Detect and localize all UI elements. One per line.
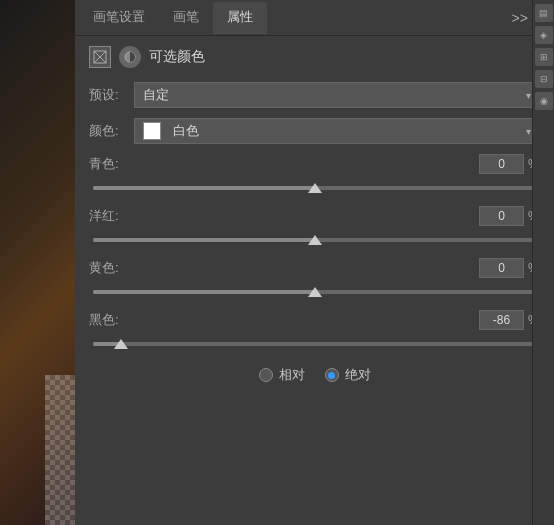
expand-panels-icon[interactable]: >> — [511, 10, 527, 26]
preset-arrow-icon: ▾ — [526, 90, 531, 101]
black-thumb[interactable] — [114, 339, 128, 349]
relative-radio[interactable]: 相对 — [259, 366, 305, 384]
main-container: 画笔设置 画笔 属性 >> ≡ — [0, 0, 554, 525]
black-label: 黑色: — [89, 311, 479, 329]
absolute-radio-button[interactable] — [325, 368, 339, 382]
black-slider-header: 黑色: -86 % — [89, 310, 540, 330]
black-slider-section: 黑色: -86 % — [89, 310, 540, 354]
yellow-thumb[interactable] — [308, 287, 322, 297]
cyan-label: 青色: — [89, 155, 479, 173]
absolute-radio-label: 绝对 — [345, 366, 371, 384]
adjustments-icon[interactable]: ◈ — [535, 26, 553, 44]
absolute-radio-inner — [328, 372, 335, 379]
relative-radio-button[interactable] — [259, 368, 273, 382]
yellow-fill — [93, 290, 315, 294]
properties-panel: 画笔设置 画笔 属性 >> ≡ — [75, 0, 554, 525]
black-track — [93, 342, 536, 346]
preset-value: 自定 — [143, 86, 169, 104]
color-arrow-icon: ▾ — [526, 126, 531, 137]
tab-brush-settings[interactable]: 画笔设置 — [79, 2, 159, 34]
absolute-radio[interactable]: 绝对 — [325, 366, 371, 384]
black-value[interactable]: -86 — [479, 310, 524, 330]
section-header: 可选颜色 — [89, 46, 540, 68]
magenta-label: 洋红: — [89, 207, 479, 225]
method-radio-group: 相对 绝对 — [89, 366, 540, 384]
yellow-slider-header: 黄色: 0 % — [89, 258, 540, 278]
cyan-thumb[interactable] — [308, 183, 322, 193]
black-slider-track[interactable] — [89, 334, 540, 354]
magenta-thumb[interactable] — [308, 235, 322, 245]
tab-bar: 画笔设置 画笔 属性 >> ≡ — [75, 0, 554, 36]
cyan-value[interactable]: 0 — [479, 154, 524, 174]
preset-row: 预设: 自定 ▾ — [89, 82, 540, 108]
color-row: 颜色: 白色 ▾ — [89, 118, 540, 144]
layer-icon[interactable] — [119, 46, 141, 68]
yellow-value[interactable]: 0 — [479, 258, 524, 278]
relative-radio-label: 相对 — [279, 366, 305, 384]
color-swatch — [143, 122, 161, 140]
preset-label: 预设: — [89, 86, 134, 104]
magenta-fill — [93, 238, 315, 242]
cyan-fill — [93, 186, 315, 190]
cyan-slider-section: 青色: 0 % — [89, 154, 540, 198]
yellow-label: 黄色: — [89, 259, 479, 277]
tab-properties[interactable]: 属性 — [213, 2, 267, 34]
color-select[interactable]: 白色 ▾ — [134, 118, 540, 144]
side-strip: ▤ ◈ ⊞ ⊟ ◉ — [532, 0, 554, 525]
canvas-preview — [0, 0, 75, 525]
yellow-slider-track[interactable] — [89, 282, 540, 302]
magenta-slider-section: 洋红: 0 % — [89, 206, 540, 250]
remove-icon[interactable]: ⊟ — [535, 70, 553, 88]
adjustment-mask-icon[interactable] — [89, 46, 111, 68]
magenta-slider-track[interactable] — [89, 230, 540, 250]
panel-body: 可选颜色 预设: 自定 ▾ 颜色: 白色 ▾ — [75, 36, 554, 525]
cyan-slider-header: 青色: 0 % — [89, 154, 540, 174]
transparent-area — [45, 375, 75, 525]
tab-brush[interactable]: 画笔 — [159, 2, 213, 34]
section-title: 可选颜色 — [149, 48, 205, 66]
magenta-slider-header: 洋红: 0 % — [89, 206, 540, 226]
magenta-value[interactable]: 0 — [479, 206, 524, 226]
cyan-slider-track[interactable] — [89, 178, 540, 198]
channels-icon[interactable]: ◉ — [535, 92, 553, 110]
add-icon[interactable]: ⊞ — [535, 48, 553, 66]
layers-icon[interactable]: ▤ — [535, 4, 553, 22]
yellow-slider-section: 黄色: 0 % — [89, 258, 540, 302]
color-label: 颜色: — [89, 122, 134, 140]
color-value: 白色 — [173, 122, 199, 140]
preset-select[interactable]: 自定 ▾ — [134, 82, 540, 108]
